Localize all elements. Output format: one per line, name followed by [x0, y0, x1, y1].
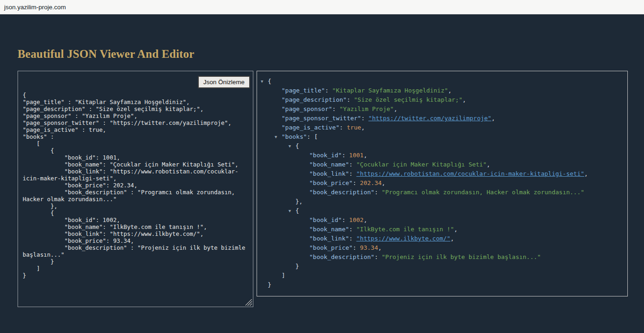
- json-token-key: "page_sponsor_twitter": [282, 115, 361, 122]
- json-token-key: "book_link": [309, 235, 349, 242]
- json-token-punct: {: [295, 142, 299, 149]
- json-token-punct: ,: [487, 161, 491, 168]
- json-token-str: "Çocuklar için Maker Kitaplığı Seti": [356, 161, 487, 168]
- json-token-punct: :: [374, 253, 382, 260]
- json-line: "book_price": 202.34,: [261, 179, 623, 188]
- json-line: }: [261, 262, 623, 271]
- collapse-arrow-icon[interactable]: ▼: [288, 206, 291, 216]
- json-token-num: 1002: [349, 216, 363, 223]
- json-token-key: "book_id": [309, 216, 342, 223]
- json-preview-button[interactable]: Json Önizleme: [198, 76, 250, 88]
- json-viewer-panel: ▼{"page_title": "Kitaplar Sayfamıza Hoşg…: [257, 71, 628, 296]
- json-token-key: "page_sponsor": [282, 105, 332, 112]
- json-line: "page_sponsor": "Yazılım Proje",: [261, 105, 623, 114]
- json-token-key: "books": [282, 133, 307, 140]
- json-token-punct: ,: [448, 87, 452, 94]
- json-token-punct: {: [268, 78, 271, 85]
- json-token-str: "Size özel seçilmiş kitaplar;": [354, 96, 463, 103]
- json-token-punct: :: [339, 124, 347, 131]
- json-line: "page_description": "Size özel seçilmiş …: [261, 95, 623, 105]
- json-token-punct: ,: [450, 235, 454, 242]
- json-token-punct: :: [353, 179, 360, 186]
- json-line: "book_id": 1001,: [261, 151, 623, 160]
- json-token-punct: :: [342, 152, 349, 159]
- json-line: "page_is_active": true,: [261, 123, 623, 132]
- json-token-punct: ,: [363, 152, 367, 159]
- collapse-arrow-icon[interactable]: ▼: [275, 132, 277, 142]
- browser-address-bar[interactable]: json.yazilim-proje.com: [0, 0, 644, 14]
- json-token-key: "book_link": [309, 170, 349, 177]
- json-token-punct: :: [349, 235, 356, 242]
- json-token-key: "book_name": [309, 226, 349, 233]
- json-line: "book_description": "Projeniz için ilk b…: [261, 253, 623, 262]
- page-title: Beautiful JSON Viewer And Editor: [18, 48, 194, 61]
- json-token-punct: :: [342, 216, 349, 223]
- editor-toolbar: Json Önizleme: [18, 71, 253, 88]
- json-token-num: 1001: [349, 152, 363, 159]
- json-input-textarea[interactable]: { "page_title" : "Kitaplar Sayfamıza Hoş…: [23, 92, 252, 306]
- json-token-punct: :: [353, 244, 360, 251]
- json-token-punct: },: [295, 198, 303, 205]
- json-token-punct: ,: [462, 96, 466, 103]
- json-token-key: "book_price": [309, 179, 353, 186]
- collapse-arrow-icon[interactable]: ▼: [288, 142, 291, 151]
- json-token-key: "page_title": [282, 87, 325, 94]
- json-token-str: "IlkByte.com ile tanışın !": [356, 226, 454, 233]
- json-line: ▼{: [261, 77, 623, 86]
- json-line: "book_id": 1002,: [261, 216, 623, 225]
- json-token-punct: {: [295, 207, 299, 214]
- json-input-panel: Json Önizleme { "page_title" : "Kitaplar…: [18, 71, 253, 307]
- json-token-key: "book_description": [309, 189, 374, 196]
- json-token-punct: :: [325, 87, 332, 94]
- json-line: "book_link": "https://www.ilkbyte.com/",: [261, 234, 623, 243]
- json-link[interactable]: "https://twitter.com/yazilimproje": [368, 115, 491, 122]
- json-token-punct: ,: [491, 115, 495, 122]
- json-token-num: 93.34: [360, 244, 378, 251]
- json-token-punct: :: [349, 170, 356, 177]
- json-token-num: 202.34: [360, 179, 382, 186]
- json-token-punct: ]: [282, 272, 285, 279]
- json-token-punct: : [: [307, 133, 318, 140]
- json-token-punct: ,: [378, 244, 382, 251]
- json-line: ▼{: [261, 142, 623, 151]
- json-token-key: "book_id": [309, 152, 342, 159]
- json-token-str: "Programcı olmak zorundasın, Hacker olma…: [382, 189, 584, 196]
- json-line: ▼{: [261, 206, 623, 216]
- json-line: "book_name": "Çocuklar için Maker Kitapl…: [261, 160, 623, 169]
- json-token-bool: true: [347, 124, 361, 131]
- json-line: ]: [261, 271, 623, 280]
- json-token-punct: ,: [363, 216, 367, 223]
- json-line: }: [261, 280, 623, 290]
- json-token-punct: ,: [394, 105, 398, 112]
- json-token-key: "page_description": [282, 96, 347, 103]
- json-line: },: [261, 197, 623, 206]
- resize-grip-icon[interactable]: [245, 299, 252, 306]
- json-line: "book_name": "IlkByte.com ile tanışın !"…: [261, 225, 623, 234]
- json-link[interactable]: "https://www.ilkbyte.com/": [356, 235, 451, 242]
- json-line: "page_title": "Kitaplar Sayfamıza Hoşgel…: [261, 86, 623, 95]
- json-line: "book_price": 93.34,: [261, 243, 623, 253]
- json-link[interactable]: "https://www.robotistan.com/cocuklar-ici…: [356, 170, 584, 177]
- json-token-punct: }: [295, 263, 299, 270]
- json-token-str: "Kitaplar Sayfamıza Hoşgeldiniz": [332, 87, 448, 94]
- json-token-punct: ,: [454, 226, 458, 233]
- json-line: "book_description": "Programcı olmak zor…: [261, 188, 623, 197]
- json-token-key: "page_is_active": [282, 124, 339, 131]
- collapse-arrow-icon[interactable]: ▼: [261, 77, 263, 86]
- json-token-punct: :: [361, 115, 368, 122]
- json-line: "page_sponsor_twitter": "https://twitter…: [261, 114, 623, 123]
- json-line: ▼"books": [: [261, 132, 623, 142]
- json-token-punct: :: [349, 226, 356, 233]
- json-token-key: "book_description": [309, 253, 374, 260]
- json-token-key: "book_price": [309, 244, 353, 251]
- json-token-str: "Yazılım Proje": [339, 105, 393, 112]
- json-token-punct: :: [349, 161, 356, 168]
- json-token-punct: :: [332, 105, 340, 112]
- json-token-punct: ,: [382, 179, 386, 186]
- page-url: json.yazilim-proje.com: [4, 4, 66, 11]
- json-token-str: "Projeniz için ilk byte bizimle başlasın…: [382, 253, 541, 260]
- json-token-punct: }: [268, 281, 271, 288]
- json-viewer-content: ▼{"page_title": "Kitaplar Sayfamıza Hoşg…: [261, 77, 623, 290]
- json-token-punct: ,: [361, 124, 365, 131]
- json-line: "book_link": "https://www.robotistan.com…: [261, 169, 623, 179]
